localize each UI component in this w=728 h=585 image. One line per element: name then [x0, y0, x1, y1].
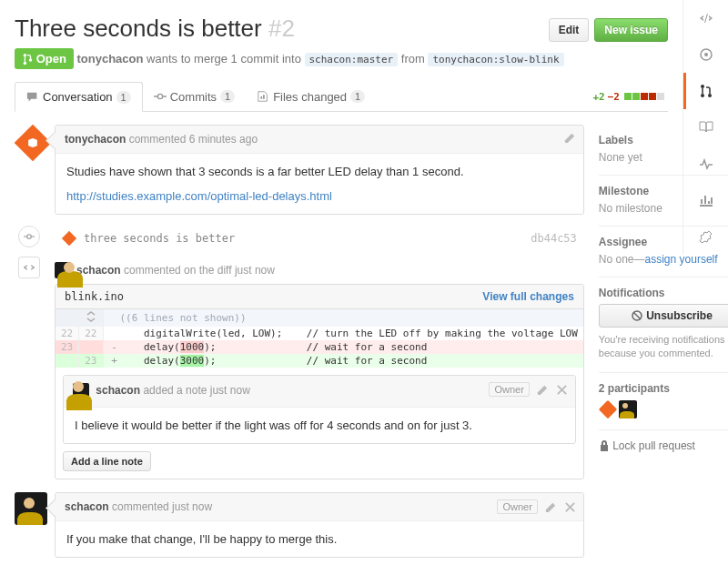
- expand-icon[interactable]: [56, 309, 103, 327]
- lock-pr-link[interactable]: Lock pull request: [599, 439, 728, 452]
- svg-point-9: [27, 235, 32, 239]
- edit-icon[interactable]: [537, 384, 549, 396]
- comment-text: Studies have shown that 3 seconds is a f…: [66, 165, 572, 178]
- svg-point-6: [24, 62, 27, 66]
- diff-line: 23+ delay(3000); // wait for a second: [56, 354, 583, 368]
- sidebar: Labels None yet Milestone No milestone A…: [599, 125, 728, 569]
- owner-badge: Owner: [497, 499, 537, 514]
- inline-comment: schacon added a note just now Owner I be…: [63, 375, 576, 444]
- add-line-note-button[interactable]: Add a line note: [63, 451, 151, 471]
- svg-point-7: [29, 58, 33, 62]
- diff-line: 2222 digitalWrite(led, LOW); // turn the…: [56, 327, 583, 340]
- avatar[interactable]: [55, 262, 71, 278]
- commit-row[interactable]: three seconds is better db44c53: [55, 226, 584, 251]
- head-branch[interactable]: tonychacon:slow-blink: [428, 53, 563, 66]
- edit-icon[interactable]: [545, 501, 557, 513]
- nav-code[interactable]: [683, 0, 728, 36]
- state-badge: Open: [15, 48, 74, 69]
- comment-text: If you make that change, I'll be happy t…: [56, 521, 583, 557]
- review-event-icon: [18, 257, 40, 278]
- edit-icon[interactable]: [564, 132, 576, 144]
- avatar[interactable]: [619, 400, 637, 419]
- base-branch[interactable]: schacon:master: [305, 53, 399, 66]
- merge-meta: Open tonychacon wants to merge 1 commit …: [15, 48, 668, 69]
- issue-title: Three seconds is better #2: [15, 15, 295, 43]
- svg-point-2: [701, 85, 704, 88]
- view-full-changes-link[interactable]: View full changes: [482, 290, 573, 303]
- nav-pullrequests[interactable]: [683, 73, 728, 109]
- comment-link[interactable]: http://studies.example.com/optimal-led-d…: [66, 189, 332, 203]
- svg-point-4: [708, 94, 712, 97]
- nav-issues[interactable]: [683, 36, 728, 73]
- close-icon[interactable]: [556, 384, 568, 396]
- commit-event-icon: [18, 226, 40, 247]
- svg-point-1: [704, 53, 708, 56]
- comment-text: I believe it would be better if the ligh…: [64, 408, 575, 443]
- labels-block: Labels None yet: [599, 125, 728, 176]
- avatar[interactable]: [15, 125, 51, 161]
- commit-sha[interactable]: db44c53: [531, 232, 577, 245]
- milestone-block: Milestone No milestone: [599, 176, 728, 227]
- edit-button[interactable]: Edit: [549, 18, 590, 42]
- issue-comment: tonychacon commented 6 minutes ago Studi…: [55, 125, 584, 215]
- assign-yourself-link[interactable]: assign yourself: [645, 253, 718, 266]
- tab-files[interactable]: Files changed1: [246, 83, 376, 111]
- diff-line: 23- delay(1000); // wait for a second: [56, 340, 583, 354]
- close-icon[interactable]: [564, 501, 576, 513]
- avatar: [62, 231, 76, 246]
- notifications-block: Notifications Unsubscribe You're receivi…: [599, 277, 728, 373]
- participants-block: 2 participants: [599, 373, 728, 430]
- issue-comment: schacon commented just now Owner If you …: [55, 492, 584, 558]
- tab-commits[interactable]: Commits1: [143, 83, 246, 111]
- diffstat: +2−2: [593, 91, 669, 103]
- lock-block: Lock pull request: [599, 430, 728, 463]
- assignee-block: Assignee No one—assign yourself: [599, 227, 728, 277]
- pr-author[interactable]: tonychacon: [76, 52, 143, 66]
- diff-table: ((6 lines not shown)) 2222 digitalWrite(…: [56, 309, 583, 368]
- comment-author[interactable]: schacon: [76, 264, 121, 277]
- issue-number: #2: [268, 15, 295, 42]
- new-issue-button[interactable]: New issue: [594, 18, 668, 42]
- avatar[interactable]: [15, 492, 47, 525]
- diff-filename: blink.ino: [65, 290, 124, 303]
- comment-author[interactable]: tonychacon: [65, 133, 126, 146]
- avatar[interactable]: [599, 400, 617, 419]
- owner-badge: Owner: [489, 382, 529, 397]
- review-header: schacon commented on the diff just now: [55, 257, 584, 284]
- pr-tabs: Conversation1 Commits1 Files changed1 +2…: [15, 82, 668, 112]
- avatar[interactable]: [73, 383, 89, 399]
- tab-conversation[interactable]: Conversation1: [15, 82, 143, 112]
- diff-box: blink.ino View full changes ((6 lines no…: [55, 284, 584, 479]
- unsubscribe-button[interactable]: Unsubscribe: [599, 304, 728, 328]
- svg-point-5: [24, 54, 27, 57]
- comment-author[interactable]: schacon: [65, 500, 109, 513]
- svg-point-3: [701, 94, 704, 97]
- svg-point-8: [157, 94, 162, 98]
- comment-author[interactable]: schacon: [96, 384, 140, 397]
